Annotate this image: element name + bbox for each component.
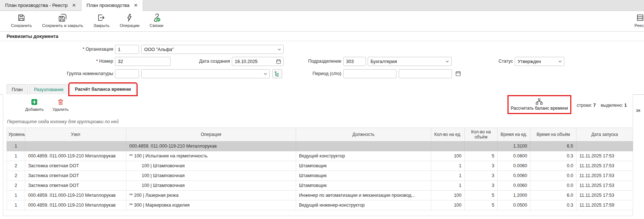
cell-position xyxy=(296,141,431,151)
cell-time_unit: 0.0060 xyxy=(498,171,530,181)
nomenclature-group-select[interactable] xyxy=(141,69,270,78)
cell-operation: ** 300 | Маркировка изделия xyxy=(126,200,296,210)
lightning-icon xyxy=(125,13,134,22)
calendar-icon[interactable] xyxy=(276,59,281,64)
organization-select[interactable]: ООО "Альфа" xyxy=(141,45,284,54)
cell-start_date: 11.11.2025 17:53 xyxy=(576,151,633,161)
cell-time_vol: 0.0 xyxy=(530,161,576,171)
cell-node: 000.4859. 011.000-119-210 Металлорукав xyxy=(25,151,126,161)
column-header[interactable]: Операция xyxy=(126,128,296,141)
right-panel-cut-text[interactable]: эк xyxy=(636,108,640,113)
save-label: Сохранить xyxy=(11,23,32,28)
cell-time_vol: 0.3 xyxy=(530,151,576,161)
cell-level: 2 xyxy=(7,161,25,171)
cell-start_date: 11.11.2025 17:53 xyxy=(576,181,633,191)
cell-position: Штамповщик xyxy=(296,181,431,191)
links-button[interactable]: Связки xyxy=(148,13,165,28)
exit-icon xyxy=(97,13,106,22)
app-window: План производства - Реестр ✕ План произв… xyxy=(0,0,644,219)
close-icon[interactable]: ✕ xyxy=(134,3,138,8)
operations-button[interactable]: Операции xyxy=(118,13,141,28)
cell-operation: 000.4859. 011.000-119-210 Металлорукав xyxy=(126,141,296,151)
close-icon[interactable]: ✕ xyxy=(72,3,76,8)
status-label: Статус xyxy=(453,57,513,66)
column-header[interactable]: Время на объём xyxy=(530,128,576,141)
cell-node: Застежка ответная DOT xyxy=(25,161,126,171)
table-body: 1000.4859. 011.000-119-210 Металлорукав1… xyxy=(7,141,633,210)
cell-level: 1 xyxy=(7,141,25,151)
document-tabstrip: План Разузлование Расчёт баланса времени xyxy=(0,82,644,95)
cell-operation: ** 200 | Лазерная резка xyxy=(126,191,296,200)
table-row[interactable]: 2Застежка ответная DOT100 | Штамповочная… xyxy=(7,171,633,181)
chevron-down-icon xyxy=(263,72,268,76)
tab-plan[interactable]: План xyxy=(7,84,28,94)
column-header[interactable]: Уровень xyxy=(7,128,25,141)
group-by-hint[interactable]: Перетащите сюда колонку для группировки … xyxy=(3,116,633,128)
delete-button[interactable]: Удалить xyxy=(53,98,69,112)
column-header[interactable]: Кол-во на ед. xyxy=(431,128,465,141)
department-code-input[interactable] xyxy=(343,57,366,66)
registry-label: Реес xyxy=(635,23,644,28)
table-row[interactable]: 1000.4859. 011.000-119-210 Металлорукав*… xyxy=(7,151,633,161)
save-button[interactable]: Сохранить xyxy=(9,13,33,28)
cell-time_unit: 0.0060 xyxy=(498,181,530,191)
column-header[interactable]: Должность xyxy=(296,128,431,141)
column-header[interactable]: Кол-во на объём xyxy=(465,128,498,141)
save-and-close-button[interactable]: Сохранить и закрыть xyxy=(41,13,85,28)
link-check-icon xyxy=(152,13,161,22)
tab-razuzlovanie[interactable]: Разузлование xyxy=(29,84,69,94)
registry-icon xyxy=(636,13,644,22)
period-to-input[interactable] xyxy=(399,69,452,78)
number-input[interactable] xyxy=(115,57,170,66)
table-row[interactable]: 2Застежка ответная DOT100 | Штамповочная… xyxy=(7,161,633,171)
nomenclature-group-code-input[interactable] xyxy=(115,69,139,78)
cell-node: 000.4859. 011.000-119-210 Металлорукав xyxy=(25,191,126,200)
cell-start_date xyxy=(576,141,633,151)
tab-label: Разузлование xyxy=(34,87,64,92)
creation-date-input[interactable]: 16.10.2025 xyxy=(232,57,284,66)
links-label: Связки xyxy=(150,23,163,28)
period-from-input[interactable] xyxy=(343,69,396,78)
cell-qty_unit xyxy=(431,141,465,151)
table-row[interactable]: 2Застежка ответная DOT100 | Штамповочная… xyxy=(7,181,633,191)
cell-time_unit: 0.0600 xyxy=(498,151,530,161)
column-header[interactable]: Дата запуска xyxy=(576,128,633,141)
cell-position: Ведущий конструктор xyxy=(296,151,431,161)
document-section-title: Реквизиты документа xyxy=(0,32,644,41)
chevron-down-icon xyxy=(277,47,281,52)
table-row[interactable]: 1000.4859. 011.000-119-210 Металлорукав1… xyxy=(7,141,633,151)
department-label: Подразделение xyxy=(285,57,341,66)
window-tab-registry[interactable]: План производства - Реестр ✕ xyxy=(0,0,81,11)
calendar-icon[interactable] xyxy=(455,70,461,77)
cell-level: 1 xyxy=(7,151,25,161)
operations-label: Операции xyxy=(120,23,139,28)
close-button[interactable]: Закрыть xyxy=(92,13,111,28)
table-row[interactable]: 1000.4859. 011.000-119-210 Металлорукав*… xyxy=(7,191,633,200)
cell-qty_unit: 1 xyxy=(431,181,465,191)
column-header[interactable]: Время на ед. xyxy=(498,128,530,141)
save-and-close-label: Сохранить и закрыть xyxy=(42,23,83,28)
cell-operation: 100 | Штамповочная xyxy=(126,161,296,171)
organization-code-input[interactable] xyxy=(115,45,139,54)
window-tab-document[interactable]: План производства ✕ xyxy=(81,0,143,11)
add-button[interactable]: Добавить xyxy=(25,98,44,112)
registry-button[interactable]: Реес xyxy=(635,13,644,28)
selected-label: выделено: xyxy=(601,103,623,108)
cell-qty_vol: 5 xyxy=(465,200,498,210)
column-header[interactable]: Узел xyxy=(25,128,126,141)
grid-toolbar: Добавить Удалить xyxy=(3,94,633,116)
nomenclature-tree-button[interactable] xyxy=(272,69,282,78)
floppy-icon xyxy=(17,13,26,22)
department-select[interactable]: Бухгалтерия xyxy=(368,57,452,66)
calculate-balance-button[interactable]: Рассчитать баланс времени xyxy=(511,98,568,111)
cell-start_date: 11.11.2025 17:59 xyxy=(576,200,633,210)
rows-label: строки: xyxy=(577,103,592,108)
cell-level: 1 xyxy=(7,191,25,200)
number-label: * Номер xyxy=(0,57,113,66)
cell-qty_vol: 3 xyxy=(465,161,498,171)
double-floppy-icon xyxy=(58,13,67,22)
cell-time_vol: 6.0 xyxy=(530,191,576,200)
tab-time-balance[interactable]: Расчёт баланса времени xyxy=(70,84,136,95)
status-select[interactable]: Утвержден xyxy=(515,57,564,66)
table-row[interactable]: 1000.4859. 011.000-119-210 Металлорукав*… xyxy=(7,200,633,210)
